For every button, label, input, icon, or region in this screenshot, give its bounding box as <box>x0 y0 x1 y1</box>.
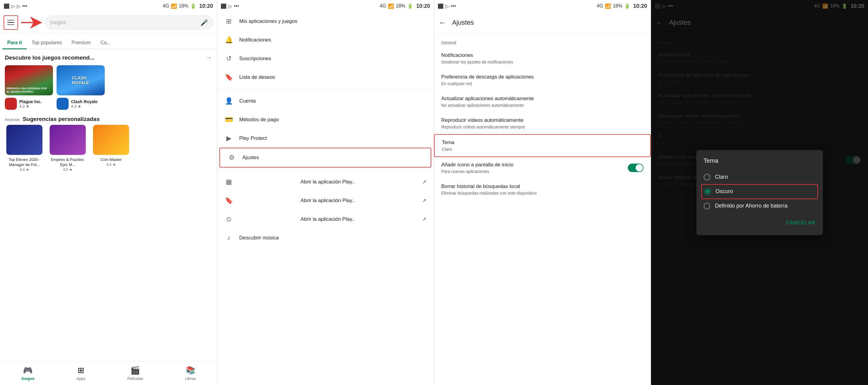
music-icon: ♪ <box>224 234 233 242</box>
apps-icon: ⊞ <box>78 366 84 375</box>
anadir-icono-subtitle: Para nuevas aplicaciones <box>441 169 628 174</box>
abrir-play-1-label: Abrir la aplicación Play.. <box>300 179 354 185</box>
hamburger-button[interactable] <box>4 15 18 30</box>
topeleven-thumbnail <box>6 125 42 155</box>
actualizar-subtitle: No actualizar aplicaciones automáticamen… <box>441 103 644 108</box>
dialog-option-oscuro[interactable]: Oscuro <box>701 184 818 199</box>
dots-icon: ••• <box>22 3 27 9</box>
menu-abrir-play-2[interactable]: 🔖 Abrir la aplicación Play.. ↗ <box>217 191 434 210</box>
clash-thumbnail: CLASHROYALE <box>57 65 105 95</box>
settings-reproducir-videos[interactable]: Reproducir vídeos automáticamente Reprod… <box>434 113 651 134</box>
game-cards-row: PROPAGA UNA EPIDEMIA POREL MUNDO ENTERO.… <box>5 65 212 110</box>
tab-para-ti[interactable]: Para ti <box>2 37 27 49</box>
dialog-actions: CANCELAR <box>704 218 816 228</box>
theme-dialog-overlay: Tema Claro Oscuro Definido por Ahorro de… <box>651 0 868 385</box>
hamburger-line <box>7 22 14 23</box>
tab-top-populares[interactable]: Top populares <box>27 37 67 49</box>
battery-3: 18% <box>613 3 622 9</box>
menu-abrir-play-3[interactable]: ⊙ Abrir la aplicación Play.. ↗ <box>217 210 434 229</box>
menu-cuenta[interactable]: 👤 Cuenta <box>217 92 434 110</box>
coinmaster-thumbnail <box>93 125 129 155</box>
panel-ajustes-dark: ⬛ ▷ ••• 4G 📶 18% 🔋 10:20 ← Ajustes Gener… <box>651 0 868 385</box>
empires-thumbnail <box>50 125 86 155</box>
bottom-tab-peliculas[interactable]: 🎬 Películas <box>127 366 143 381</box>
menu-descubrir-musica[interactable]: ♪ Descubrir música <box>217 229 434 247</box>
status-bar-1: ⬛ ▷ ▷ ••• 4G 📶 18% 🔋 10:20 <box>0 0 217 12</box>
menu-play-protect[interactable]: ▶ Play Protect <box>217 129 434 148</box>
abrir-play-3-label: Abrir la aplicación Play.. <box>300 216 354 222</box>
game-card-clash[interactable]: CLASHROYALE Clash Royale 4,3 ★ <box>57 65 105 110</box>
red-arrow-icon <box>21 15 42 30</box>
back-button-light[interactable]: ← <box>439 18 446 27</box>
settings-tema[interactable]: Tema Claro <box>434 134 651 157</box>
dialog-option-claro[interactable]: Claro <box>704 170 816 184</box>
menu-mis-aplicaciones[interactable]: ⊞ Mis aplicaciones y juegos <box>217 12 434 31</box>
app-card-empires[interactable]: Empires & Puzzles: Epic M... 4,5 ★ <box>48 125 87 172</box>
plague-info: Plague Inc. 4,3 ★ <box>5 98 53 110</box>
claro-label: Claro <box>715 174 728 180</box>
search-bar[interactable]: juegos 🎤 <box>45 15 213 30</box>
metodos-pago-label: Métodos de pago <box>239 117 279 123</box>
clash-icon <box>57 98 69 110</box>
mis-aplicaciones-label: Mis aplicaciones y juegos <box>239 18 297 24</box>
settings-anadir-icono[interactable]: Añadir icono a pantalla de inicio Para n… <box>434 157 651 179</box>
settings-actualizar-auto[interactable]: Actualizar aplicaciones automáticamente … <box>434 91 651 113</box>
section-title-1: Descubre los juegos recomend... <box>5 55 206 61</box>
radio-bateria <box>704 203 710 210</box>
settings-borrar-historial[interactable]: Borrar historial de búsquedas local Elim… <box>434 179 651 200</box>
arrow-icon-2: ↗ <box>422 197 427 204</box>
main-content: Descubre los juegos recomend... → PROPAG… <box>0 49 217 361</box>
anadir-icono-toggle[interactable] <box>628 164 644 172</box>
dots-icon-3: ••• <box>451 3 456 9</box>
app-grid-icon: ▦ <box>224 178 233 186</box>
cancel-button[interactable]: CANCELAR <box>786 218 816 228</box>
bottom-tab-apps[interactable]: ⊞ Apps <box>76 366 86 381</box>
peliculas-label: Películas <box>127 376 143 381</box>
ajustes-header-light: ← Ajustes <box>434 12 651 33</box>
juegos-label: Juegos <box>21 376 35 381</box>
topeleven-rating: 4,4 ★ <box>20 167 29 172</box>
settings-icon: ⚙ <box>227 154 236 162</box>
search-placeholder: juegos <box>50 19 200 26</box>
tab-premium[interactable]: Premium <box>66 37 95 49</box>
actualizar-title: Actualizar aplicaciones automáticamente <box>441 96 644 102</box>
section-arrow-icon: → <box>206 54 212 61</box>
settings-preferencia-descarga[interactable]: Preferencia de descarga de aplicaciones … <box>434 69 651 91</box>
dialog-title: Tema <box>704 157 816 164</box>
borrar-historial-subtitle: Eliminar búsquedas realizadas con este d… <box>441 191 644 195</box>
tab-ca[interactable]: Ca... <box>95 37 115 49</box>
section-title-2: Sugerencias personalizadas <box>23 116 100 122</box>
dialog-option-bateria[interactable]: Definido por Ahorro de batería <box>704 199 816 213</box>
bottom-tab-libros[interactable]: 📚 Libros <box>185 366 196 381</box>
app-card-coinmaster[interactable]: Coin Master 4,4 ★ <box>92 125 131 172</box>
radio-claro <box>704 174 710 181</box>
status-bar-3: ⬛ ▷ ••• 4G 📶 18% 🔋 10:20 <box>434 0 651 12</box>
play-protect-icon: ▶ <box>224 134 233 142</box>
menu-lista-deseos[interactable]: 🔖 Lista de deseos <box>217 68 434 87</box>
microphone-icon[interactable]: 🎤 <box>200 19 208 26</box>
settings-list-light: General Notificaciones Gestionar los aju… <box>434 33 651 385</box>
tema-title: Tema <box>442 139 643 146</box>
menu-metodos-pago[interactable]: 💳 Métodos de pago <box>217 110 434 129</box>
menu-suscripciones[interactable]: ↺ Suscripciones <box>217 49 434 68</box>
menu-ajustes[interactable]: ⚙ Ajustes <box>219 148 431 167</box>
clash-name: Clash Royale <box>71 99 105 104</box>
bottom-tab-juegos[interactable]: 🎮 Juegos <box>21 366 35 381</box>
app-card-topeleven[interactable]: Top Eleven 2020 - Mánager de Fút... 4,4 … <box>5 125 44 172</box>
game-card-plague[interactable]: PROPAGA UNA EPIDEMIA POREL MUNDO ENTERO.… <box>5 65 53 110</box>
battery-2: 18% <box>396 3 405 9</box>
time-display: 10:20 <box>199 3 213 9</box>
preferencia-title: Preferencia de descarga de aplicaciones <box>441 74 644 80</box>
hamburger-line <box>7 24 14 25</box>
settings-notificaciones[interactable]: Notificaciones Gestionar los ajustes de … <box>434 47 651 69</box>
signal-icon: 📶 <box>171 3 177 9</box>
lista-deseos-label: Lista de deseos <box>239 74 275 80</box>
notif-icon-2: ⬛ <box>221 3 227 9</box>
bateria-label: Definido por Ahorro de batería <box>715 203 788 209</box>
peliculas-icon: 🎬 <box>130 366 140 375</box>
menu-abrir-play-1[interactable]: ▦ Abrir la aplicación Play.. ↗ <box>217 173 434 191</box>
menu-notificaciones[interactable]: 🔔 Notificaciones <box>217 31 434 49</box>
radio-oscuro-inner <box>706 190 709 193</box>
juegos-icon: 🎮 <box>23 366 32 375</box>
network-2: 4G <box>380 3 386 9</box>
